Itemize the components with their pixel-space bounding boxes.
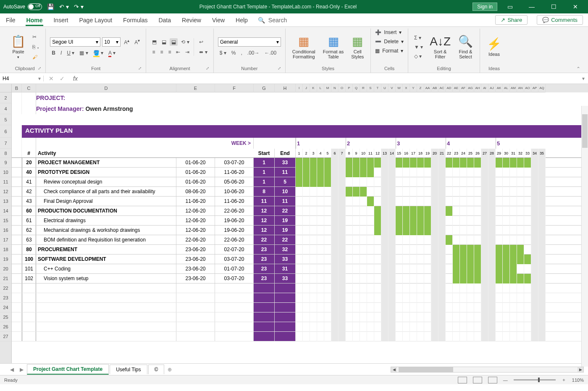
conditional-formatting-button[interactable]: ▦Conditional Formatting: [290, 33, 318, 61]
gantt-cell[interactable]: [353, 303, 360, 312]
col-header[interactable]: AM: [510, 84, 517, 92]
row-header[interactable]: 10: [0, 168, 11, 177]
gantt-cell[interactable]: [403, 332, 410, 341]
gantt-cell[interactable]: [374, 206, 381, 216]
gantt-cell[interactable]: [310, 245, 317, 255]
gantt-cell[interactable]: [431, 312, 438, 322]
gantt-cell[interactable]: [446, 245, 453, 255]
row-header[interactable]: 9: [0, 158, 11, 168]
align-right-icon[interactable]: ≡: [166, 48, 173, 56]
gantt-cell[interactable]: [417, 274, 424, 283]
gantt-cell[interactable]: [381, 293, 388, 303]
gantt-cell[interactable]: [324, 332, 331, 341]
gantt-cell[interactable]: [417, 197, 424, 206]
gantt-cell[interactable]: [474, 245, 481, 255]
task-activity[interactable]: C++ Coding: [36, 264, 176, 273]
task-end-day[interactable]: 32: [275, 245, 296, 254]
gantt-cell[interactable]: [488, 235, 496, 245]
gantt-cell[interactable]: [446, 216, 453, 226]
gantt-cell[interactable]: [396, 312, 403, 322]
gantt-cell[interactable]: [367, 274, 374, 283]
gantt-cell[interactable]: [438, 303, 446, 312]
gantt-cell[interactable]: [510, 168, 517, 177]
font-name-select[interactable]: Segoe UI▾: [50, 37, 100, 47]
gantt-cell[interactable]: [339, 216, 346, 226]
expand-formula-bar-icon[interactable]: ▾: [579, 76, 588, 81]
gantt-cell[interactable]: [488, 216, 496, 226]
gantt-cell[interactable]: [317, 274, 324, 283]
gantt-cell[interactable]: [524, 255, 531, 264]
gantt-cell[interactable]: [296, 322, 303, 332]
gantt-cell[interactable]: [510, 293, 517, 303]
gantt-cell[interactable]: [388, 283, 396, 293]
task-number[interactable]: 62: [22, 226, 36, 235]
col-header[interactable]: H: [275, 84, 296, 92]
gantt-cell[interactable]: [438, 283, 446, 293]
gantt-cell[interactable]: [474, 168, 481, 177]
gantt-cell[interactable]: [310, 158, 317, 168]
ideas-button[interactable]: ⚡Ideas: [484, 35, 504, 58]
gantt-cell[interactable]: [360, 158, 367, 168]
gantt-cell[interactable]: [396, 177, 403, 187]
gantt-cell[interactable]: [396, 245, 403, 255]
gantt-cell[interactable]: [317, 245, 324, 255]
task-date-start[interactable]: 23-06-20: [176, 255, 215, 264]
gantt-cell[interactable]: [381, 303, 388, 312]
task-date-end[interactable]: 03-07-20: [215, 255, 254, 264]
gantt-cell[interactable]: [317, 332, 324, 341]
gantt-cell[interactable]: [296, 187, 303, 197]
gantt-cell[interactable]: [317, 264, 324, 274]
gantt-cell[interactable]: [431, 332, 438, 341]
gantt-cell[interactable]: [339, 312, 346, 322]
gantt-cell[interactable]: [381, 235, 388, 245]
gantt-cell[interactable]: [517, 245, 524, 255]
gantt-cell[interactable]: [453, 293, 460, 303]
gantt-cell[interactable]: [388, 206, 396, 216]
gantt-cell[interactable]: [353, 245, 360, 255]
gantt-cell[interactable]: [467, 283, 474, 293]
col-header[interactable]: AF: [460, 84, 467, 92]
task-activity[interactable]: Review conceptual design: [36, 177, 176, 186]
gantt-cell[interactable]: [396, 303, 403, 312]
gantt-cell[interactable]: [403, 293, 410, 303]
task-start-day[interactable]: 23: [254, 274, 275, 283]
col-header[interactable]: AH: [474, 84, 481, 92]
gantt-cell[interactable]: [353, 332, 360, 341]
close-icon[interactable]: ✕: [566, 0, 585, 13]
gantt-cell[interactable]: [524, 303, 531, 312]
gantt-cell[interactable]: [353, 168, 360, 177]
gantt-cell[interactable]: [310, 168, 317, 177]
share-button[interactable]: ↗Share: [495, 15, 528, 25]
gantt-cell[interactable]: [474, 293, 481, 303]
gantt-cell[interactable]: [438, 197, 446, 206]
gantt-cell[interactable]: [517, 226, 524, 235]
gantt-cell[interactable]: [310, 293, 317, 303]
gantt-cell[interactable]: [467, 168, 474, 177]
gantt-cell[interactable]: [460, 187, 467, 197]
task-start-day[interactable]: 1: [254, 168, 275, 177]
gantt-cell[interactable]: [453, 187, 460, 197]
gantt-cell[interactable]: [453, 245, 460, 255]
gantt-cell[interactable]: [438, 264, 446, 274]
gantt-cell[interactable]: [410, 177, 417, 187]
task-end-day[interactable]: 22: [275, 206, 296, 215]
gantt-cell[interactable]: [303, 303, 310, 312]
gantt-cell[interactable]: [453, 264, 460, 274]
col-header[interactable]: AL: [503, 84, 510, 92]
gantt-cell[interactable]: [303, 322, 310, 332]
gantt-cell[interactable]: [446, 303, 453, 312]
task-end-day[interactable]: 31: [275, 264, 296, 273]
gantt-cell[interactable]: [417, 332, 424, 341]
gantt-cell[interactable]: [317, 187, 324, 197]
gantt-cell[interactable]: [346, 283, 353, 293]
task-date-start[interactable]: 08-06-20: [176, 187, 215, 196]
gantt-cell[interactable]: [517, 235, 524, 245]
copy-icon[interactable]: ⎘ ▾: [31, 43, 41, 51]
gantt-cell[interactable]: [496, 226, 503, 235]
gantt-cell[interactable]: [353, 216, 360, 226]
task-start-day[interactable]: 12: [254, 216, 275, 225]
decrease-decimal-icon[interactable]: ←.00: [262, 49, 278, 57]
gantt-cell[interactable]: [481, 312, 488, 322]
gantt-cell[interactable]: [538, 255, 546, 264]
col-header[interactable]: C: [22, 84, 36, 92]
